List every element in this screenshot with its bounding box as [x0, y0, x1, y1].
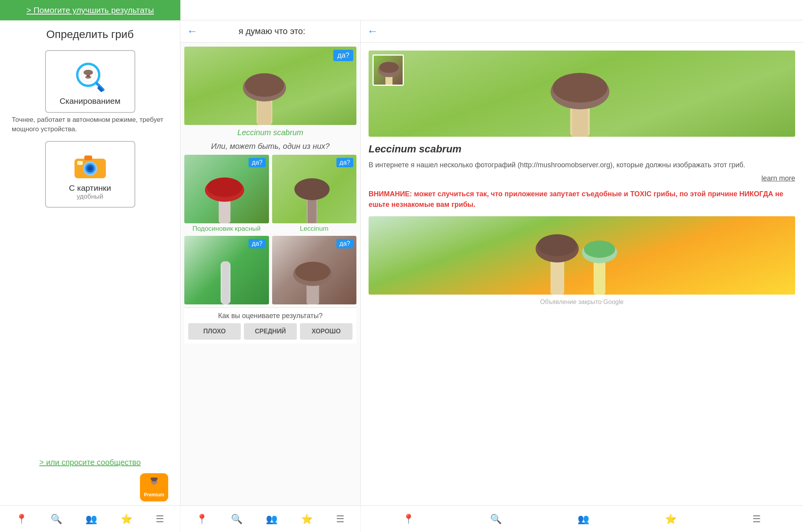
alt3-yes-badge[interactable]: да?: [249, 239, 265, 248]
svg-rect-26: [222, 261, 229, 304]
camera-icon: [71, 148, 110, 183]
learn-more-link[interactable]: learn more: [369, 174, 795, 183]
nav1-people-icon[interactable]: 👥: [85, 514, 97, 525]
nav1-star-icon[interactable]: ⭐: [121, 514, 133, 525]
svg-point-21: [207, 177, 242, 197]
alt1-name[interactable]: Подосиновик красный: [184, 225, 269, 233]
main-yes-badge[interactable]: да?: [333, 50, 353, 61]
rating-bad-btn[interactable]: ПЛОХО: [188, 323, 241, 340]
left-panel: Определить гриб: [0, 20, 180, 505]
nav2-search-icon[interactable]: 🔍: [231, 514, 243, 525]
alt1-yes-badge[interactable]: да?: [249, 158, 265, 167]
nav-bar-2: 📍 🔍 👥 ⭐ ☰: [180, 506, 361, 532]
svg-point-33: [552, 73, 607, 103]
camera-option-card[interactable]: С картинки удобный: [45, 141, 135, 208]
alt-mushroom-3: да?: [184, 236, 269, 304]
nav3-star-icon[interactable]: ⭐: [665, 514, 677, 525]
right-header: ←: [361, 20, 803, 43]
premium-label: Premium: [144, 492, 164, 498]
improve-results-bar[interactable]: > Помогите улучшить результаты: [0, 0, 180, 20]
nav2-star-icon[interactable]: ⭐: [301, 514, 313, 525]
svg-point-24: [294, 178, 329, 200]
nav-bar-1: 📍 🔍 👥 ⭐ ☰: [0, 506, 180, 532]
scan-icon: [71, 57, 110, 96]
mini-thumbnail: [372, 54, 404, 86]
improve-results-text: > Помогите улучшить результаты: [26, 5, 154, 15]
svg-point-36: [379, 62, 399, 73]
nav3-search-icon[interactable]: 🔍: [490, 514, 502, 525]
ad-image: [369, 216, 795, 295]
svg-point-3: [84, 70, 93, 75]
alt2-name[interactable]: Leccinum: [272, 225, 357, 233]
svg-rect-11: [84, 156, 92, 160]
svg-point-39: [538, 234, 577, 256]
nav2-people-icon[interactable]: 👥: [266, 514, 278, 525]
nav3-menu-icon[interactable]: ☰: [752, 514, 761, 525]
rating-section: Как вы оцениваете результаты? ПЛОХО СРЕД…: [184, 308, 356, 344]
main-mushroom-name[interactable]: Leccinum scabrum: [184, 128, 356, 137]
middle-header: ← я думаю что это:: [180, 20, 360, 43]
rating-medium-btn[interactable]: СРЕДНИЙ: [244, 323, 296, 340]
svg-point-10: [88, 166, 92, 170]
alt2-yes-badge[interactable]: да?: [336, 158, 353, 167]
camera-label: С картинки: [69, 183, 111, 193]
nav3-people-icon[interactable]: 👥: [578, 514, 589, 525]
nav1-location-icon[interactable]: 📍: [16, 514, 27, 525]
detail-image: [369, 51, 795, 137]
svg-point-18: [245, 73, 284, 97]
middle-panel: ← я думаю что это: да? Leccinum: [180, 20, 361, 505]
svg-point-29: [295, 262, 330, 281]
nav3-location-icon[interactable]: 📍: [403, 514, 414, 525]
latin-name: Leccinum scabrum: [369, 143, 795, 155]
rating-question: Как вы оцениваете результаты?: [188, 312, 352, 320]
middle-back-arrow[interactable]: ←: [187, 25, 198, 38]
scan-label: Сканированием: [60, 96, 120, 106]
alt-mushroom-4: да?: [272, 236, 357, 304]
scan-description: Точнее, работает в автономном режиме, тр…: [8, 115, 172, 134]
alt4-yes-badge[interactable]: да?: [336, 239, 353, 248]
camera-sub: удобный: [76, 193, 103, 201]
svg-rect-12: [77, 161, 83, 165]
right-back-arrow[interactable]: ←: [367, 25, 378, 38]
alt-mushroom-2: да? Leccinum: [272, 155, 357, 233]
community-link[interactable]: > или спросите сообщество: [39, 458, 141, 467]
nav2-location-icon[interactable]: 📍: [196, 514, 208, 525]
nav1-search-icon[interactable]: 🔍: [51, 514, 62, 525]
middle-title: я думаю что это:: [202, 26, 354, 36]
main-mushroom-image: да?: [184, 47, 356, 125]
page-title: Определить гриб: [46, 28, 134, 41]
ad-label: Объявление закрыто Google: [369, 299, 795, 306]
premium-badge[interactable]: Premium: [140, 473, 168, 501]
nav-bar-3: 📍 🔍 👥 ⭐ ☰: [361, 506, 803, 532]
scan-option-card[interactable]: Сканированием: [45, 50, 135, 113]
svg-point-42: [584, 241, 615, 258]
mushroom-description: В интернете я нашел несколько фотографий…: [369, 160, 795, 170]
warning-text: ВНИМАНИЕ: может случиться так, что прило…: [369, 189, 795, 210]
right-content: Leccinum scabrum В интернете я нашел нес…: [361, 43, 803, 505]
nav1-menu-icon[interactable]: ☰: [156, 514, 164, 525]
or-text: Или, может быть, один из них?: [184, 142, 356, 151]
right-panel: ←: [361, 20, 803, 505]
alt-mushroom-1: да? Подосиновик красный: [184, 155, 269, 233]
rating-good-btn[interactable]: ХОРОШО: [300, 323, 352, 340]
nav2-menu-icon[interactable]: ☰: [336, 514, 345, 525]
